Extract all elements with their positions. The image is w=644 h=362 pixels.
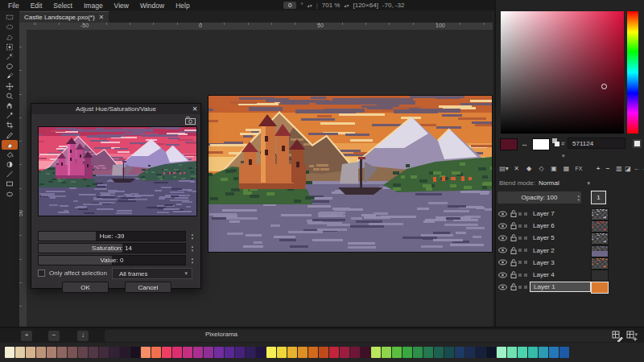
group-icon[interactable] xyxy=(524,286,527,289)
menu-help[interactable]: Help xyxy=(171,1,194,10)
group-icon[interactable] xyxy=(524,261,527,264)
palette-swatch[interactable] xyxy=(193,347,203,358)
palette-swatch[interactable] xyxy=(361,347,370,358)
palette-swatch[interactable] xyxy=(68,347,77,358)
frame-1-header[interactable]: 1 xyxy=(591,191,606,204)
slider-spinner-icon[interactable]: ▴▾ xyxy=(188,243,196,253)
lock-icon[interactable] xyxy=(509,234,518,241)
palette-swatch[interactable] xyxy=(246,347,255,358)
dialog-title-bar[interactable]: Adjust Hue/Saturation/Value ✕ xyxy=(31,104,200,114)
palette-swatch[interactable] xyxy=(287,347,297,358)
layer-row-layer-1[interactable]: Layer 1 xyxy=(496,281,644,293)
lock-icon[interactable] xyxy=(509,222,518,229)
cel-menu-icon[interactable]: ▤▾ xyxy=(498,163,510,174)
palette-swatch[interactable] xyxy=(109,347,119,358)
cel-link-icon[interactable] xyxy=(518,212,522,216)
layer-name[interactable]: Layer 1 xyxy=(530,282,591,292)
palette-swatch[interactable] xyxy=(172,347,182,358)
menu-select[interactable]: Select xyxy=(48,1,77,10)
clone-cel-icon[interactable]: ▣ xyxy=(548,163,559,174)
palette-swatch[interactable] xyxy=(36,347,46,358)
palette-swatch[interactable] xyxy=(183,347,192,358)
color-picker-tool[interactable] xyxy=(2,111,18,121)
palette-swatch[interactable] xyxy=(434,347,444,358)
eye-icon[interactable] xyxy=(496,259,509,265)
zoom-value[interactable]: 701 % xyxy=(322,2,341,9)
cel-link-icon[interactable] xyxy=(518,261,522,264)
cel-link-icon[interactable] xyxy=(518,286,522,289)
palette-swatch[interactable] xyxy=(15,347,25,358)
remove-color-button[interactable]: − xyxy=(48,331,60,341)
eye-icon[interactable] xyxy=(496,211,509,217)
palette-swatch[interactable] xyxy=(465,347,475,358)
layer-row-layer-7[interactable]: Layer 7 xyxy=(496,208,644,220)
paint-select-tool[interactable] xyxy=(2,72,18,81)
palette-swatch[interactable] xyxy=(130,347,140,358)
saturation-slider[interactable]: Saturation: 14 xyxy=(38,243,186,253)
lock-icon[interactable] xyxy=(509,283,518,290)
layer-row-layer-5[interactable]: Layer 5 xyxy=(496,232,644,244)
palette-swatch[interactable] xyxy=(528,347,538,358)
palette-swatch[interactable] xyxy=(298,347,308,358)
lock-icon[interactable] xyxy=(509,271,518,278)
droplet-icon[interactable]: ◆ xyxy=(523,163,535,174)
frames-dropdown[interactable]: All frames ▾ xyxy=(112,268,192,279)
crop-tool[interactable] xyxy=(2,121,18,130)
slider-spinner-icon[interactable]: ▴▾ xyxy=(188,231,196,241)
layer-name[interactable]: Layer 6 xyxy=(530,220,591,231)
rotation-spinner-icon[interactable]: ▴▾ xyxy=(308,2,312,8)
group-icon[interactable] xyxy=(524,224,527,228)
palette-swatch[interactable] xyxy=(486,347,496,358)
palette-swatch[interactable] xyxy=(350,347,360,358)
shield-icon[interactable]: ◇ xyxy=(536,163,547,174)
group-icon[interactable] xyxy=(524,212,527,216)
layer-thumbnail[interactable] xyxy=(591,245,609,257)
ok-button[interactable]: OK xyxy=(62,282,109,293)
picker-collapse-icon[interactable]: ▾ xyxy=(562,153,565,159)
menu-image[interactable]: Image xyxy=(79,1,108,10)
palette-swatch[interactable] xyxy=(57,347,67,358)
zoom-tool[interactable] xyxy=(2,92,18,101)
zoom-spinner-icon[interactable]: ▴▾ xyxy=(344,2,349,8)
menu-file[interactable]: File xyxy=(3,1,24,10)
hue-slider[interactable]: Hue: -39 xyxy=(38,231,186,241)
eye-icon[interactable] xyxy=(496,272,509,278)
palette-swatch[interactable] xyxy=(402,347,412,358)
only-affect-selection-checkbox[interactable] xyxy=(38,269,45,277)
palette-swatch[interactable] xyxy=(151,347,161,358)
remove-layer-icon[interactable]: − xyxy=(602,163,613,174)
layer-name[interactable]: Layer 4 xyxy=(530,269,591,280)
palette-swatch[interactable] xyxy=(518,347,527,358)
layer-thumbnail[interactable] xyxy=(591,282,609,294)
palette-swatch[interactable] xyxy=(204,347,213,358)
tab-castle-landscape[interactable]: Castle Landscape.pxo(*) ✕ xyxy=(19,11,109,23)
opacity-slider[interactable]: Opacity: 100 ▴▾ xyxy=(497,191,581,204)
palette-swatch[interactable] xyxy=(507,347,517,358)
swap-colors-icon[interactable]: ↔ xyxy=(521,140,528,148)
palette-swatch[interactable] xyxy=(371,347,381,358)
lock-icon[interactable] xyxy=(509,210,518,217)
palette-swatch[interactable] xyxy=(444,347,454,358)
pencil-tool[interactable] xyxy=(2,130,18,140)
palette-swatch[interactable] xyxy=(214,347,224,358)
palette-swatch[interactable] xyxy=(162,347,171,358)
layer-thumbnail[interactable] xyxy=(591,220,609,232)
menu-view[interactable]: View xyxy=(109,1,134,10)
main-canvas[interactable] xyxy=(208,95,493,253)
palette-swatch[interactable] xyxy=(5,347,14,358)
palette-swatch[interactable] xyxy=(340,347,349,358)
bucket-tool[interactable] xyxy=(2,150,18,160)
cancel-button[interactable]: Cancel xyxy=(125,282,171,293)
palette-swatch[interactable] xyxy=(141,347,151,358)
palette-swatch[interactable] xyxy=(382,347,391,358)
layer-thumbnail[interactable] xyxy=(591,232,609,245)
palette-swatch[interactable] xyxy=(455,347,464,358)
palette-swatch[interactable] xyxy=(235,347,245,358)
palette-swatch[interactable] xyxy=(476,347,485,358)
new-palette-icon[interactable] xyxy=(626,331,638,342)
hex-color-input[interactable]: 571124 xyxy=(568,138,625,149)
layer-row-layer-6[interactable]: Layer 6 xyxy=(496,220,644,232)
secondary-color-swatch[interactable] xyxy=(532,138,550,150)
layer-thumbnail[interactable] xyxy=(591,208,609,220)
default-colors-icon[interactable] xyxy=(552,138,559,146)
